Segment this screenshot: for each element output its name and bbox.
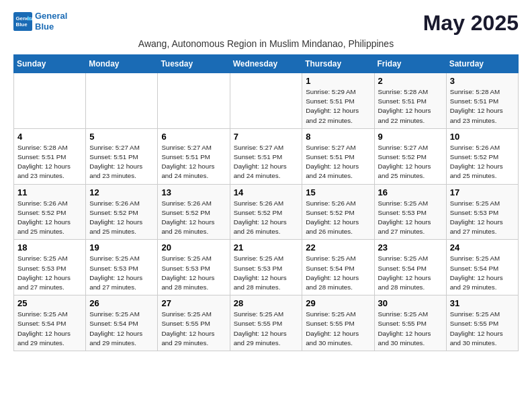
day-info: Sunrise: 5:27 AMSunset: 5:51 PMDaylight:… — [161, 143, 226, 181]
day-number: 2 — [378, 76, 443, 86]
day-number: 5 — [89, 132, 154, 142]
calendar-cell: 27Sunrise: 5:25 AMSunset: 5:55 PMDayligh… — [158, 295, 230, 351]
day-info: Sunrise: 5:25 AMSunset: 5:55 PMDaylight:… — [161, 310, 226, 348]
calendar-cell: 16Sunrise: 5:25 AMSunset: 5:53 PMDayligh… — [374, 184, 446, 240]
calendar-cell: 31Sunrise: 5:25 AMSunset: 5:55 PMDayligh… — [446, 295, 518, 351]
weekday-header-friday: Friday — [374, 55, 446, 73]
day-number: 26 — [89, 298, 154, 308]
day-info: Sunrise: 5:27 AMSunset: 5:51 PMDaylight:… — [234, 143, 299, 181]
calendar-cell: 21Sunrise: 5:25 AMSunset: 5:53 PMDayligh… — [230, 240, 302, 295]
day-number: 29 — [306, 298, 370, 308]
day-info: Sunrise: 5:25 AMSunset: 5:53 PMDaylight:… — [450, 199, 515, 237]
day-number: 1 — [306, 76, 370, 86]
day-info: Sunrise: 5:27 AMSunset: 5:51 PMDaylight:… — [89, 143, 154, 181]
calendar-cell: 7Sunrise: 5:27 AMSunset: 5:51 PMDaylight… — [230, 128, 302, 184]
calendar-cell: 11Sunrise: 5:26 AMSunset: 5:52 PMDayligh… — [14, 184, 86, 240]
calendar-cell: 9Sunrise: 5:27 AMSunset: 5:52 PMDaylight… — [374, 128, 446, 184]
day-number: 13 — [161, 187, 226, 197]
calendar-cell: 1Sunrise: 5:29 AMSunset: 5:51 PMDaylight… — [302, 73, 374, 129]
day-number: 4 — [17, 132, 82, 142]
day-info: Sunrise: 5:25 AMSunset: 5:54 PMDaylight:… — [450, 254, 515, 292]
day-info: Sunrise: 5:28 AMSunset: 5:51 PMDaylight:… — [378, 87, 443, 126]
calendar-cell: 17Sunrise: 5:25 AMSunset: 5:53 PMDayligh… — [446, 184, 518, 240]
day-number: 30 — [378, 298, 443, 308]
day-info: Sunrise: 5:27 AMSunset: 5:52 PMDaylight:… — [378, 143, 443, 181]
day-info: Sunrise: 5:25 AMSunset: 5:54 PMDaylight:… — [17, 310, 82, 348]
day-number: 27 — [161, 298, 226, 308]
day-number: 19 — [89, 242, 154, 253]
day-number: 7 — [234, 132, 299, 142]
day-number: 28 — [234, 298, 299, 308]
day-info: Sunrise: 5:25 AMSunset: 5:55 PMDaylight:… — [306, 310, 370, 348]
day-info: Sunrise: 5:26 AMSunset: 5:52 PMDaylight:… — [161, 199, 226, 237]
logo-icon: General Blue — [13, 12, 32, 31]
day-number: 16 — [378, 187, 443, 197]
calendar-cell: 20Sunrise: 5:25 AMSunset: 5:53 PMDayligh… — [158, 240, 230, 295]
calendar-subtitle: Awang, Autonomous Region in Muslim Minda… — [13, 38, 519, 49]
day-info: Sunrise: 5:26 AMSunset: 5:52 PMDaylight:… — [234, 199, 299, 237]
svg-text:Blue: Blue — [16, 21, 28, 28]
month-title: May 2025 — [423, 11, 519, 36]
calendar-cell: 3Sunrise: 5:28 AMSunset: 5:51 PMDaylight… — [446, 73, 518, 129]
weekday-header-wednesday: Wednesday — [230, 55, 302, 73]
calendar-cell: 24Sunrise: 5:25 AMSunset: 5:54 PMDayligh… — [446, 240, 518, 295]
calendar-cell — [14, 73, 86, 129]
weekday-header-saturday: Saturday — [446, 55, 518, 73]
weekday-header-monday: Monday — [86, 55, 158, 73]
calendar-cell: 6Sunrise: 5:27 AMSunset: 5:51 PMDaylight… — [158, 128, 230, 184]
weekday-header-sunday: Sunday — [14, 55, 86, 73]
day-info: Sunrise: 5:25 AMSunset: 5:54 PMDaylight:… — [306, 254, 370, 292]
calendar-cell: 14Sunrise: 5:26 AMSunset: 5:52 PMDayligh… — [230, 184, 302, 240]
day-number: 25 — [17, 298, 82, 308]
day-info: Sunrise: 5:25 AMSunset: 5:53 PMDaylight:… — [234, 254, 299, 292]
weekday-header-thursday: Thursday — [302, 55, 374, 73]
day-number: 10 — [450, 132, 515, 142]
calendar-cell — [158, 73, 230, 129]
calendar-cell: 10Sunrise: 5:26 AMSunset: 5:52 PMDayligh… — [446, 128, 518, 184]
day-number: 15 — [306, 187, 370, 197]
day-info: Sunrise: 5:27 AMSunset: 5:51 PMDaylight:… — [306, 143, 370, 181]
day-info: Sunrise: 5:25 AMSunset: 5:53 PMDaylight:… — [89, 254, 154, 292]
day-info: Sunrise: 5:25 AMSunset: 5:55 PMDaylight:… — [450, 310, 515, 348]
day-info: Sunrise: 5:25 AMSunset: 5:55 PMDaylight:… — [234, 310, 299, 348]
day-info: Sunrise: 5:28 AMSunset: 5:51 PMDaylight:… — [450, 87, 515, 126]
calendar-cell: 23Sunrise: 5:25 AMSunset: 5:54 PMDayligh… — [374, 240, 446, 295]
calendar-cell: 13Sunrise: 5:26 AMSunset: 5:52 PMDayligh… — [158, 184, 230, 240]
day-number: 22 — [306, 242, 370, 253]
calendar-cell: 22Sunrise: 5:25 AMSunset: 5:54 PMDayligh… — [302, 240, 374, 295]
day-number: 31 — [450, 298, 515, 308]
day-number: 9 — [378, 132, 443, 142]
calendar-cell: 26Sunrise: 5:25 AMSunset: 5:54 PMDayligh… — [86, 295, 158, 351]
day-info: Sunrise: 5:25 AMSunset: 5:53 PMDaylight:… — [17, 254, 82, 292]
calendar-cell: 8Sunrise: 5:27 AMSunset: 5:51 PMDaylight… — [302, 128, 374, 184]
day-number: 11 — [17, 187, 82, 197]
day-info: Sunrise: 5:26 AMSunset: 5:52 PMDaylight:… — [450, 143, 515, 181]
day-info: Sunrise: 5:26 AMSunset: 5:52 PMDaylight:… — [306, 199, 370, 237]
day-info: Sunrise: 5:28 AMSunset: 5:51 PMDaylight:… — [17, 143, 82, 181]
calendar-table: SundayMondayTuesdayWednesdayThursdayFrid… — [13, 54, 519, 351]
logo: General Blue General Blue — [13, 11, 67, 32]
calendar-cell: 4Sunrise: 5:28 AMSunset: 5:51 PMDaylight… — [14, 128, 86, 184]
calendar-cell: 5Sunrise: 5:27 AMSunset: 5:51 PMDaylight… — [86, 128, 158, 184]
day-info: Sunrise: 5:29 AMSunset: 5:51 PMDaylight:… — [306, 87, 370, 126]
calendar-cell: 2Sunrise: 5:28 AMSunset: 5:51 PMDaylight… — [374, 73, 446, 129]
day-info: Sunrise: 5:26 AMSunset: 5:52 PMDaylight:… — [89, 199, 154, 237]
day-number: 14 — [234, 187, 299, 197]
calendar-cell: 18Sunrise: 5:25 AMSunset: 5:53 PMDayligh… — [14, 240, 86, 295]
calendar-cell: 15Sunrise: 5:26 AMSunset: 5:52 PMDayligh… — [302, 184, 374, 240]
day-info: Sunrise: 5:25 AMSunset: 5:55 PMDaylight:… — [378, 310, 443, 348]
day-info: Sunrise: 5:25 AMSunset: 5:54 PMDaylight:… — [89, 310, 154, 348]
day-number: 20 — [161, 242, 226, 253]
calendar-cell: 19Sunrise: 5:25 AMSunset: 5:53 PMDayligh… — [86, 240, 158, 295]
calendar-cell: 28Sunrise: 5:25 AMSunset: 5:55 PMDayligh… — [230, 295, 302, 351]
day-info: Sunrise: 5:25 AMSunset: 5:53 PMDaylight:… — [378, 199, 443, 237]
day-number: 24 — [450, 242, 515, 253]
day-info: Sunrise: 5:25 AMSunset: 5:53 PMDaylight:… — [161, 254, 226, 292]
calendar-cell: 25Sunrise: 5:25 AMSunset: 5:54 PMDayligh… — [14, 295, 86, 351]
calendar-cell: 29Sunrise: 5:25 AMSunset: 5:55 PMDayligh… — [302, 295, 374, 351]
weekday-header-tuesday: Tuesday — [158, 55, 230, 73]
day-number: 3 — [450, 76, 515, 86]
day-info: Sunrise: 5:26 AMSunset: 5:52 PMDaylight:… — [17, 199, 82, 237]
day-number: 12 — [89, 187, 154, 197]
day-number: 8 — [306, 132, 370, 142]
